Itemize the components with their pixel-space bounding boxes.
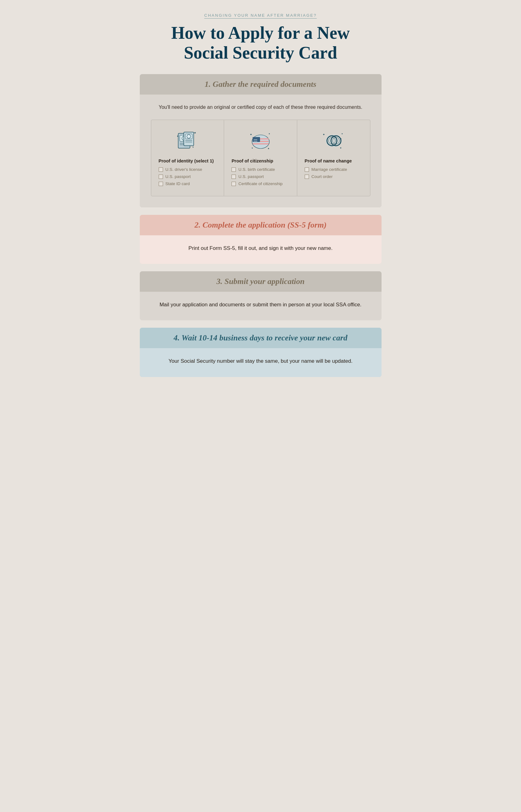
checkbox[interactable] <box>159 167 163 172</box>
svg-text:✦: ✦ <box>250 133 252 136</box>
svg-text:✦: ✦ <box>340 138 342 140</box>
svg-text:✦: ✦ <box>340 146 342 150</box>
svg-text:✦: ✦ <box>194 131 196 135</box>
main-title-line2: Social Security Card <box>184 43 337 62</box>
page-title: How to Apply for a New Social Security C… <box>140 23 382 63</box>
step4-header: 4. Wait 10-14 business days to receive y… <box>140 328 382 348</box>
step2-body: Print out Form SS-5, fill it out, and si… <box>140 235 382 264</box>
doc-column-identity: ✦ ✦ ✦ Proof of identity (select 1) U.S. … <box>151 120 224 196</box>
step4-body: Your Social Security number will stay th… <box>140 348 382 377</box>
col3-title: Proof of name change <box>305 158 363 163</box>
step3-title: 3. Submit your application <box>147 277 374 286</box>
svg-text:✦: ✦ <box>177 135 179 138</box>
step1-body: You'll need to provide an original or ce… <box>140 94 382 208</box>
list-item: Certificate of citizenship <box>231 181 290 186</box>
col1-list: U.S. driver's license U.S. passport Stat… <box>159 167 217 186</box>
step4-title: 4. Wait 10-14 business days to receive y… <box>147 333 374 343</box>
page-wrapper: Changing your name after marriage? How t… <box>140 13 382 377</box>
step1-title: 1. Gather the required documents <box>147 80 374 89</box>
step1-header: 1. Gather the required documents <box>140 74 382 94</box>
page-header: Changing your name after marriage? How t… <box>140 13 382 63</box>
main-title-line1: How to Apply for a New <box>171 23 349 43</box>
checkbox[interactable] <box>159 182 163 186</box>
list-item: U.S. passport <box>159 174 217 179</box>
checkbox[interactable] <box>305 175 309 179</box>
step3-body: Mail your application and documents or s… <box>140 292 382 320</box>
step3-body-text: Mail your application and documents or s… <box>151 300 370 309</box>
col2-list: U.S. birth certificate U.S. passport Cer… <box>231 167 290 186</box>
step2-section: 2. Complete the application (SS-5 form) … <box>140 215 382 264</box>
col3-list: Marriage certificate Court order <box>305 167 363 179</box>
step3-header: 3. Submit your application <box>140 271 382 292</box>
col1-title: Proof of identity (select 1) <box>159 158 217 163</box>
checkbox[interactable] <box>231 182 236 186</box>
checkbox[interactable] <box>305 167 309 172</box>
svg-rect-16 <box>253 143 269 144</box>
rings-icon: ✦ ✦ ✦ ✦ <box>305 126 363 154</box>
list-item: U.S. driver's license <box>159 167 217 172</box>
step3-section: 3. Submit your application Mail your app… <box>140 271 382 320</box>
svg-text:✦: ✦ <box>268 147 270 150</box>
svg-text:✦: ✦ <box>341 133 343 135</box>
step1-intro: You'll need to provide an original or ce… <box>151 103 370 111</box>
page-subtitle: Changing your name after marriage? <box>204 13 317 19</box>
flag-icon: ★★★ ★★★ ✦ ✦ ✦ ✦ <box>231 126 290 154</box>
checkbox[interactable] <box>159 175 163 179</box>
list-item: U.S. birth certificate <box>231 167 290 172</box>
step2-header: 2. Complete the application (SS-5 form) <box>140 215 382 235</box>
passport-icon: ✦ ✦ ✦ <box>159 126 217 154</box>
checkbox[interactable] <box>231 175 236 179</box>
checkbox[interactable] <box>231 167 236 172</box>
doc-column-citizenship: ★★★ ★★★ ✦ ✦ ✦ ✦ Proof of citizenship U.S… <box>224 120 297 196</box>
svg-text:★★★: ★★★ <box>253 140 257 142</box>
list-item: Marriage certificate <box>305 167 363 172</box>
step4-body-text: Your Social Security number will stay th… <box>151 357 370 365</box>
svg-text:✦: ✦ <box>251 147 253 150</box>
list-item: State ID card <box>159 181 217 186</box>
step4-section: 4. Wait 10-14 business days to receive y… <box>140 328 382 377</box>
documents-grid: ✦ ✦ ✦ Proof of identity (select 1) U.S. … <box>151 120 370 196</box>
svg-text:✦: ✦ <box>268 133 270 135</box>
doc-column-namechange: ✦ ✦ ✦ ✦ Proof of name change Marriage ce… <box>297 120 370 196</box>
svg-text:✦: ✦ <box>323 133 325 136</box>
step1-section: 1. Gather the required documents You'll … <box>140 74 382 208</box>
list-item: U.S. passport <box>231 174 290 179</box>
step2-title: 2. Complete the application (SS-5 form) <box>147 221 374 230</box>
step2-body-text: Print out Form SS-5, fill it out, and si… <box>151 244 370 253</box>
col2-title: Proof of citizenship <box>231 158 290 163</box>
svg-text:✦: ✦ <box>192 146 194 149</box>
list-item: Court order <box>305 174 363 179</box>
